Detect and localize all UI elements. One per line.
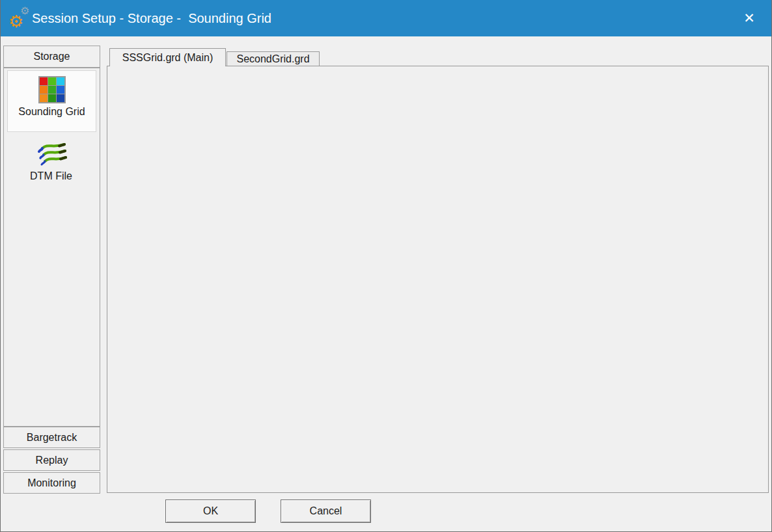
- sidebar-section-replay[interactable]: Replay: [3, 449, 100, 471]
- tab-sssgrid-main[interactable]: SSSGrid.grd (Main): [109, 48, 226, 66]
- settings-gears-icon: ⚙ ⚙: [7, 0, 31, 36]
- sounding-grid-icon: [38, 75, 66, 104]
- sidebar-section-storage[interactable]: Storage: [3, 46, 100, 68]
- window-title: Session Setup - Storage - Sounding Grid: [32, 0, 271, 36]
- tab-secondgrid[interactable]: SecondGrid.grd: [227, 51, 320, 66]
- cancel-button[interactable]: Cancel: [281, 499, 371, 523]
- gear-icon-small: ⚙: [20, 6, 29, 16]
- storage-item-list: Sounding Grid DTM File: [3, 68, 100, 427]
- dtm-file-icon: [36, 140, 67, 168]
- sidebar-item-dtm-file[interactable]: DTM File: [7, 135, 95, 190]
- tab-content-panel: [107, 66, 769, 493]
- titlebar[interactable]: ⚙ ⚙ Session Setup - Storage - Sounding G…: [1, 0, 771, 36]
- sidebar-item-label: Sounding Grid: [8, 106, 96, 118]
- sidebar-section-bargetrack[interactable]: Bargetrack: [3, 427, 100, 448]
- ok-button[interactable]: OK: [165, 499, 256, 523]
- sidebar-section-monitoring[interactable]: Monitoring: [3, 472, 100, 494]
- close-icon[interactable]: ✕: [736, 0, 762, 36]
- session-setup-dialog: ⚙ ⚙ Session Setup - Storage - Sounding G…: [0, 0, 772, 532]
- sidebar-item-sounding-grid[interactable]: Sounding Grid: [7, 70, 96, 132]
- sidebar-item-label: DTM File: [7, 170, 95, 182]
